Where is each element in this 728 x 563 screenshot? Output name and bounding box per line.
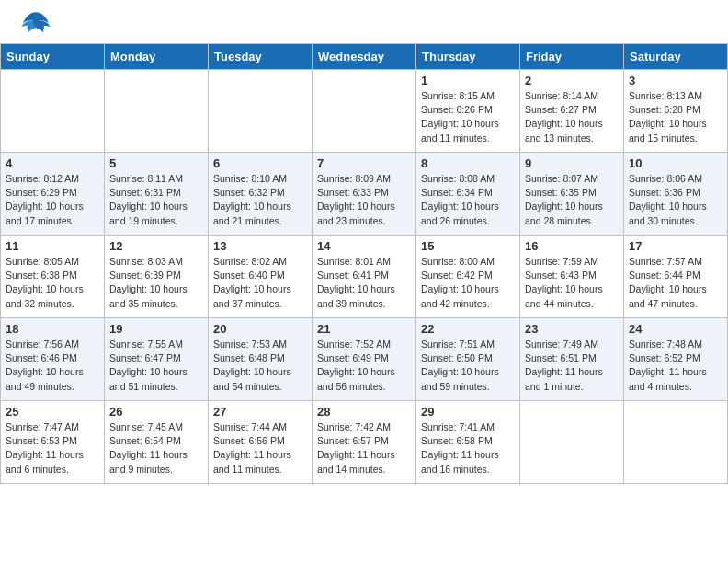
day-header-friday: Friday [520,44,624,70]
day-number: 25 [6,405,99,419]
calendar-cell: 18Sunrise: 7:56 AM Sunset: 6:46 PM Dayli… [1,318,105,401]
calendar-cell: 4Sunrise: 8:12 AM Sunset: 6:29 PM Daylig… [1,153,105,236]
calendar-cell: 21Sunrise: 7:52 AM Sunset: 6:49 PM Dayli… [313,318,416,401]
day-info: Sunrise: 8:11 AM Sunset: 6:31 PM Dayligh… [109,172,203,228]
calendar-cell: 3Sunrise: 8:13 AM Sunset: 6:28 PM Daylig… [624,70,728,153]
day-number: 9 [525,156,619,170]
day-number: 24 [629,322,722,336]
logo-container [18,9,53,39]
day-number: 21 [317,322,411,336]
day-number: 28 [317,405,411,419]
calendar-week-2: 4Sunrise: 8:12 AM Sunset: 6:29 PM Daylig… [1,153,728,236]
day-number: 27 [213,405,307,419]
calendar-cell: 29Sunrise: 7:41 AM Sunset: 6:58 PM Dayli… [416,401,520,484]
day-number: 11 [6,239,99,253]
day-info: Sunrise: 8:15 AM Sunset: 6:26 PM Dayligh… [421,89,515,145]
calendar-cell: 8Sunrise: 8:08 AM Sunset: 6:34 PM Daylig… [416,153,520,236]
calendar-cell: 11Sunrise: 8:05 AM Sunset: 6:38 PM Dayli… [1,236,105,318]
calendar-cell [624,401,728,484]
day-number: 18 [6,322,99,336]
day-info: Sunrise: 7:59 AM Sunset: 6:43 PM Dayligh… [525,255,619,311]
day-info: Sunrise: 7:53 AM Sunset: 6:48 PM Dayligh… [213,338,307,394]
day-info: Sunrise: 7:49 AM Sunset: 6:51 PM Dayligh… [525,338,619,394]
calendar-cell: 22Sunrise: 7:51 AM Sunset: 6:50 PM Dayli… [416,318,520,401]
day-info: Sunrise: 8:05 AM Sunset: 6:38 PM Dayligh… [6,255,99,311]
day-number: 23 [525,322,619,336]
day-number: 20 [213,322,307,336]
calendar-cell: 27Sunrise: 7:44 AM Sunset: 6:56 PM Dayli… [209,401,313,484]
day-header-wednesday: Wednesday [313,44,416,70]
day-info: Sunrise: 7:42 AM Sunset: 6:57 PM Dayligh… [317,420,411,477]
day-header-thursday: Thursday [416,44,520,70]
day-info: Sunrise: 7:57 AM Sunset: 6:44 PM Dayligh… [629,255,722,311]
day-number: 17 [629,239,722,253]
day-info: Sunrise: 7:51 AM Sunset: 6:50 PM Dayligh… [421,338,515,394]
day-info: Sunrise: 7:45 AM Sunset: 6:54 PM Dayligh… [109,420,203,477]
calendar-header: SundayMondayTuesdayWednesdayThursdayFrid… [1,44,728,70]
calendar-cell [105,70,209,153]
day-info: Sunrise: 8:00 AM Sunset: 6:42 PM Dayligh… [421,255,515,311]
day-info: Sunrise: 7:56 AM Sunset: 6:46 PM Dayligh… [6,338,99,394]
calendar-cell: 23Sunrise: 7:49 AM Sunset: 6:51 PM Dayli… [520,318,624,401]
calendar-body: 1Sunrise: 8:15 AM Sunset: 6:26 PM Daylig… [1,70,728,484]
calendar-cell [520,401,624,484]
calendar-cell: 28Sunrise: 7:42 AM Sunset: 6:57 PM Dayli… [313,401,416,484]
day-number: 10 [629,156,722,170]
day-number: 19 [109,322,203,336]
calendar-cell: 14Sunrise: 8:01 AM Sunset: 6:41 PM Dayli… [313,236,416,318]
day-number: 16 [525,239,619,253]
day-number: 29 [421,405,515,419]
calendar-cell: 12Sunrise: 8:03 AM Sunset: 6:39 PM Dayli… [105,236,209,318]
day-number: 5 [109,156,203,170]
calendar-cell: 13Sunrise: 8:02 AM Sunset: 6:40 PM Dayli… [209,236,313,318]
calendar-cell [313,70,416,153]
day-header-saturday: Saturday [624,44,728,70]
day-number: 14 [317,239,411,253]
day-header-sunday: Sunday [1,44,105,70]
day-info: Sunrise: 8:08 AM Sunset: 6:34 PM Dayligh… [421,172,515,228]
day-info: Sunrise: 7:55 AM Sunset: 6:47 PM Dayligh… [109,338,203,394]
day-info: Sunrise: 7:41 AM Sunset: 6:58 PM Dayligh… [421,420,515,477]
day-info: Sunrise: 8:10 AM Sunset: 6:32 PM Dayligh… [213,172,307,228]
day-number: 7 [317,156,411,170]
day-header-monday: Monday [105,44,209,70]
calendar-cell: 10Sunrise: 8:06 AM Sunset: 6:36 PM Dayli… [624,153,728,236]
calendar-cell: 7Sunrise: 8:09 AM Sunset: 6:33 PM Daylig… [313,153,416,236]
logo [18,9,53,39]
calendar-cell: 5Sunrise: 8:11 AM Sunset: 6:31 PM Daylig… [105,153,209,236]
day-number: 1 [421,74,515,87]
day-number: 6 [213,156,307,170]
day-info: Sunrise: 8:09 AM Sunset: 6:33 PM Dayligh… [317,172,411,228]
day-info: Sunrise: 7:52 AM Sunset: 6:49 PM Dayligh… [317,338,411,394]
calendar-week-1: 1Sunrise: 8:15 AM Sunset: 6:26 PM Daylig… [1,70,728,153]
day-number: 8 [421,156,515,170]
day-number: 13 [213,239,307,253]
day-info: Sunrise: 8:12 AM Sunset: 6:29 PM Dayligh… [6,172,99,228]
calendar-cell: 2Sunrise: 8:14 AM Sunset: 6:27 PM Daylig… [520,70,624,153]
calendar-cell: 26Sunrise: 7:45 AM Sunset: 6:54 PM Dayli… [105,401,209,484]
day-info: Sunrise: 8:13 AM Sunset: 6:28 PM Dayligh… [629,89,722,145]
calendar-cell: 16Sunrise: 7:59 AM Sunset: 6:43 PM Dayli… [520,236,624,318]
calendar-week-4: 18Sunrise: 7:56 AM Sunset: 6:46 PM Dayli… [1,318,728,401]
calendar-week-5: 25Sunrise: 7:47 AM Sunset: 6:53 PM Dayli… [1,401,728,484]
page-container: SundayMondayTuesdayWednesdayThursdayFrid… [0,0,728,493]
calendar-cell: 9Sunrise: 8:07 AM Sunset: 6:35 PM Daylig… [520,153,624,236]
day-number: 3 [629,74,722,87]
calendar-cell [209,70,313,153]
calendar-cell: 15Sunrise: 8:00 AM Sunset: 6:42 PM Dayli… [416,236,520,318]
calendar-cell: 24Sunrise: 7:48 AM Sunset: 6:52 PM Dayli… [624,318,728,401]
calendar-week-3: 11Sunrise: 8:05 AM Sunset: 6:38 PM Dayli… [1,236,728,318]
calendar-cell: 20Sunrise: 7:53 AM Sunset: 6:48 PM Dayli… [209,318,313,401]
header-row: SundayMondayTuesdayWednesdayThursdayFrid… [1,44,728,70]
day-info: Sunrise: 7:44 AM Sunset: 6:56 PM Dayligh… [213,420,307,477]
calendar-cell: 19Sunrise: 7:55 AM Sunset: 6:47 PM Dayli… [105,318,209,401]
day-number: 22 [421,322,515,336]
calendar-cell: 25Sunrise: 7:47 AM Sunset: 6:53 PM Dayli… [1,401,105,484]
header [0,0,728,43]
day-info: Sunrise: 7:48 AM Sunset: 6:52 PM Dayligh… [629,338,722,394]
day-number: 26 [109,405,203,419]
calendar-cell: 17Sunrise: 7:57 AM Sunset: 6:44 PM Dayli… [624,236,728,318]
day-info: Sunrise: 8:01 AM Sunset: 6:41 PM Dayligh… [317,255,411,311]
day-info: Sunrise: 8:14 AM Sunset: 6:27 PM Dayligh… [525,89,619,145]
calendar-cell: 1Sunrise: 8:15 AM Sunset: 6:26 PM Daylig… [416,70,520,153]
